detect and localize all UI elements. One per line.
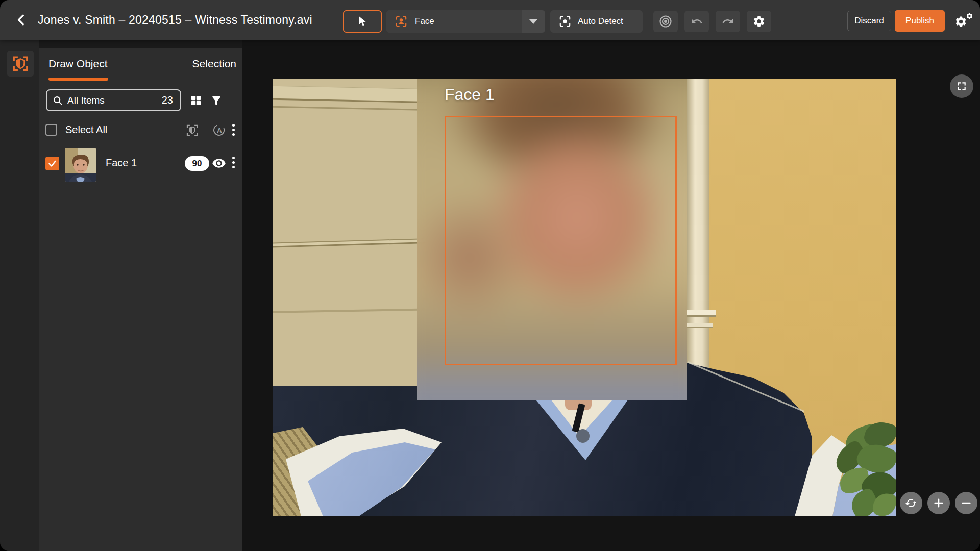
- face-1-thumbnail: [65, 148, 96, 182]
- select-all-row: Select All A: [39, 121, 242, 141]
- object-type-dropdown-main[interactable]: Face: [386, 10, 522, 33]
- face-1-menu-button[interactable]: [232, 157, 235, 168]
- shield-in-brackets-icon: [185, 123, 199, 137]
- object-type-dropdown-caret[interactable]: [522, 10, 545, 33]
- filter-icon: [210, 94, 223, 107]
- fullscreen-button[interactable]: [950, 74, 973, 98]
- back-button[interactable]: [10, 9, 33, 31]
- discard-button[interactable]: Discard: [847, 11, 891, 31]
- auto-detect-icon: [558, 15, 572, 28]
- zoom-controls: [900, 492, 977, 514]
- grid-view-button[interactable]: [188, 92, 204, 109]
- object-type-label: Face: [415, 16, 434, 27]
- chevron-down-icon: [529, 19, 537, 24]
- search-icon: [47, 95, 67, 106]
- item-count: 23: [162, 94, 180, 106]
- left-rail: [0, 40, 39, 551]
- auto-label-button[interactable]: A: [211, 122, 228, 138]
- filter-button[interactable]: [208, 92, 225, 109]
- object-type-dropdown[interactable]: Face: [386, 10, 545, 33]
- minus-icon: [961, 497, 972, 509]
- face-1-confidence-badge[interactable]: 90: [185, 156, 209, 171]
- advanced-settings-button[interactable]: [950, 9, 978, 33]
- check-icon: [47, 159, 57, 168]
- video-frame[interactable]: Face 1: [273, 79, 896, 516]
- shield-in-brackets-icon: [11, 55, 30, 73]
- discard-label: Discard: [854, 16, 884, 26]
- face-1-visibility-button[interactable]: [210, 155, 228, 172]
- select-all-checkbox[interactable]: [45, 124, 57, 136]
- topbar: Jones v. Smith – 20240515 – Witness Test…: [0, 0, 980, 40]
- search-input[interactable]: [67, 95, 162, 106]
- tab-draw-object[interactable]: Draw Object: [48, 58, 108, 70]
- redact-all-button[interactable]: [184, 122, 200, 138]
- grid-icon: [190, 94, 202, 107]
- settings-button[interactable]: [747, 11, 771, 32]
- target-icon: [658, 14, 673, 29]
- object-search-box[interactable]: 23: [46, 89, 181, 111]
- microphone-base: [576, 429, 590, 443]
- face-1-label: Face 1: [106, 157, 137, 169]
- undo-button[interactable]: [684, 11, 709, 32]
- gear-icon: [752, 15, 766, 28]
- zoom-out-button[interactable]: [955, 492, 977, 514]
- svg-text:A: A: [217, 127, 222, 134]
- undo-icon: [691, 15, 703, 28]
- active-tab-underline: [48, 78, 108, 81]
- double-gear-icon: [953, 12, 975, 30]
- select-all-label: Select All: [65, 124, 107, 136]
- document-title: Jones v. Smith – 20240515 – Witness Test…: [38, 0, 312, 40]
- confidence-value: 90: [192, 159, 202, 169]
- video-canvas[interactable]: Face 1: [242, 40, 980, 551]
- eye-icon: [212, 156, 226, 170]
- chevron-left-icon: [15, 13, 28, 27]
- auto-detect-button[interactable]: Auto Detect: [550, 10, 643, 33]
- object-row-face-1[interactable]: Face 1 90: [39, 146, 242, 183]
- face-1-bounding-box[interactable]: [445, 116, 677, 365]
- target-tracking-button[interactable]: [653, 11, 678, 32]
- tab-selection[interactable]: Selection: [192, 58, 236, 70]
- redaction-app-logo-button[interactable]: [7, 51, 34, 77]
- redo-button[interactable]: [716, 11, 740, 32]
- publish-button[interactable]: Publish: [895, 10, 945, 32]
- face-1-annotation-label: Face 1: [445, 85, 495, 104]
- app-window: Jones v. Smith – 20240515 – Witness Test…: [0, 0, 980, 551]
- redo-icon: [722, 15, 734, 28]
- refresh-view-button[interactable]: [900, 492, 922, 514]
- face-detect-icon: [395, 15, 408, 28]
- circled-a-icon: A: [213, 123, 226, 137]
- auto-detect-label: Auto Detect: [578, 16, 623, 27]
- zoom-in-button[interactable]: [927, 492, 950, 514]
- cursor-tool-button[interactable]: [343, 10, 382, 33]
- plus-icon: [933, 497, 944, 509]
- publish-label: Publish: [905, 16, 934, 26]
- select-all-menu-button[interactable]: [232, 124, 235, 136]
- face-1-checkbox[interactable]: [45, 157, 59, 170]
- video-plant: [824, 422, 896, 516]
- objects-sidebar: Draw Object Selection 23 Select All: [39, 48, 242, 551]
- expand-icon: [957, 81, 967, 91]
- refresh-icon: [905, 497, 917, 509]
- cursor-arrow-icon: [356, 15, 369, 28]
